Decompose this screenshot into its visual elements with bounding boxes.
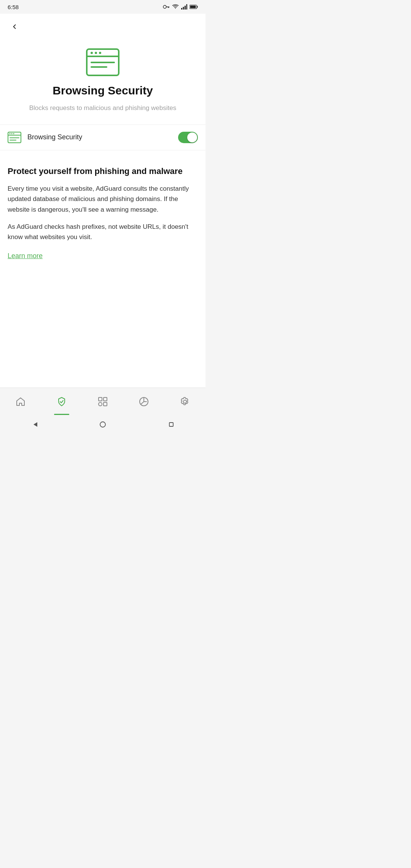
svg-rect-4: [181, 8, 182, 10]
bottom-nav: [0, 388, 206, 415]
android-recents-button[interactable]: [166, 419, 177, 430]
browsing-security-toggle[interactable]: [178, 132, 198, 143]
hero-title: Browsing Security: [53, 84, 153, 97]
back-button[interactable]: [8, 20, 21, 34]
battery-icon: [190, 5, 198, 9]
android-back-button[interactable]: [29, 419, 40, 430]
svg-rect-26: [104, 397, 107, 401]
android-home-button[interactable]: [97, 419, 108, 430]
toggle-label: Browsing Security: [27, 133, 178, 141]
svg-point-15: [99, 52, 101, 54]
android-recents-icon: [167, 421, 175, 428]
hero-icon: [86, 48, 120, 77]
status-bar: 6:58: [0, 0, 206, 14]
signal-icon: [181, 4, 187, 10]
android-back-icon: [30, 421, 38, 428]
svg-point-14: [95, 52, 97, 54]
svg-point-22: [13, 133, 14, 134]
key-icon: [163, 4, 170, 10]
svg-rect-25: [99, 397, 102, 401]
svg-rect-10: [197, 6, 198, 8]
hero-subtitle: Blocks requests to malicious and phishin…: [29, 103, 176, 113]
home-icon: [15, 396, 26, 407]
android-home-icon: [99, 421, 107, 428]
status-time: 6:58: [8, 4, 19, 10]
info-paragraph-2: As AdGuard checks hash prefixes, not web…: [8, 222, 198, 242]
svg-point-21: [11, 133, 13, 134]
svg-rect-28: [104, 402, 107, 406]
android-nav: [0, 415, 206, 434]
svg-rect-7: [186, 4, 188, 10]
protection-icon: [56, 396, 67, 407]
settings-icon: [180, 396, 190, 407]
nav-item-protection[interactable]: [41, 388, 82, 415]
learn-more-link[interactable]: Learn more: [8, 252, 43, 260]
svg-point-0: [163, 5, 166, 8]
svg-rect-9: [190, 6, 196, 8]
info-section: Protect yourself from phishing and malwa…: [0, 155, 206, 268]
svg-point-20: [10, 133, 11, 134]
apps-icon: [97, 396, 108, 407]
wifi-icon: [172, 4, 179, 10]
svg-rect-33: [169, 423, 173, 426]
nav-item-home[interactable]: [0, 388, 41, 415]
stats-icon: [139, 396, 149, 407]
nav-item-stats[interactable]: [123, 388, 164, 415]
svg-point-27: [99, 402, 102, 406]
nav-item-settings[interactable]: [164, 388, 206, 415]
svg-point-13: [91, 52, 93, 54]
nav-item-apps[interactable]: [82, 388, 123, 415]
svg-point-32: [100, 422, 105, 427]
top-nav: [0, 14, 206, 37]
svg-marker-31: [33, 422, 37, 427]
svg-rect-6: [185, 6, 186, 10]
browsing-security-icon: [8, 132, 21, 143]
status-icons: [163, 4, 198, 10]
toggle-row: Browsing Security: [0, 124, 206, 150]
info-paragraph-1: Every time you visit a website, AdGuard …: [8, 183, 198, 215]
svg-point-30: [183, 400, 186, 403]
hero-section: Browsing Security Blocks requests to mal…: [0, 37, 206, 121]
svg-rect-5: [183, 7, 184, 10]
info-title: Protect yourself from phishing and malwa…: [8, 166, 198, 177]
main-content: Browsing Security Blocks requests to mal…: [0, 14, 206, 388]
nav-active-indicator: [54, 414, 69, 415]
